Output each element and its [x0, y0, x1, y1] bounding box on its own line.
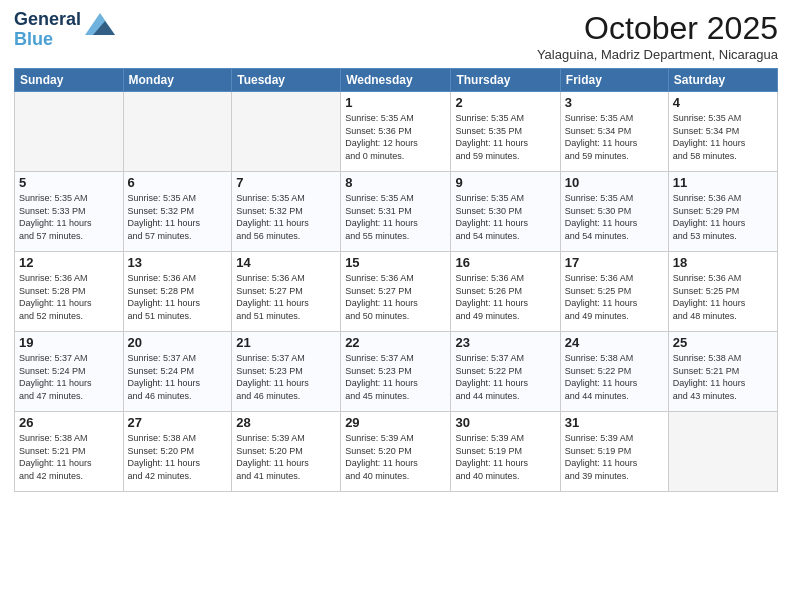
day-number: 8: [345, 175, 446, 190]
day-number: 9: [455, 175, 555, 190]
calendar-table: SundayMondayTuesdayWednesdayThursdayFrid…: [14, 68, 778, 492]
calendar-cell: 7Sunrise: 5:35 AM Sunset: 5:32 PM Daylig…: [232, 172, 341, 252]
calendar-cell: [232, 92, 341, 172]
day-info: Sunrise: 5:39 AM Sunset: 5:20 PM Dayligh…: [345, 432, 446, 482]
calendar-cell: 14Sunrise: 5:36 AM Sunset: 5:27 PM Dayli…: [232, 252, 341, 332]
month-title: October 2025: [537, 10, 778, 47]
calendar-cell: 1Sunrise: 5:35 AM Sunset: 5:36 PM Daylig…: [341, 92, 451, 172]
day-number: 17: [565, 255, 664, 270]
day-number: 14: [236, 255, 336, 270]
day-info: Sunrise: 5:38 AM Sunset: 5:21 PM Dayligh…: [19, 432, 119, 482]
calendar-cell: 26Sunrise: 5:38 AM Sunset: 5:21 PM Dayli…: [15, 412, 124, 492]
day-number: 3: [565, 95, 664, 110]
day-header-thursday: Thursday: [451, 69, 560, 92]
day-info: Sunrise: 5:36 AM Sunset: 5:27 PM Dayligh…: [345, 272, 446, 322]
day-info: Sunrise: 5:39 AM Sunset: 5:19 PM Dayligh…: [565, 432, 664, 482]
day-number: 20: [128, 335, 228, 350]
day-header-tuesday: Tuesday: [232, 69, 341, 92]
day-number: 30: [455, 415, 555, 430]
day-number: 22: [345, 335, 446, 350]
calendar-cell: 31Sunrise: 5:39 AM Sunset: 5:19 PM Dayli…: [560, 412, 668, 492]
calendar-cell: 28Sunrise: 5:39 AM Sunset: 5:20 PM Dayli…: [232, 412, 341, 492]
day-number: 5: [19, 175, 119, 190]
calendar-week-row: 19Sunrise: 5:37 AM Sunset: 5:24 PM Dayli…: [15, 332, 778, 412]
page: General Blue October 2025 Yalaguina, Mad…: [0, 0, 792, 612]
day-number: 21: [236, 335, 336, 350]
day-info: Sunrise: 5:37 AM Sunset: 5:24 PM Dayligh…: [128, 352, 228, 402]
calendar-cell: 20Sunrise: 5:37 AM Sunset: 5:24 PM Dayli…: [123, 332, 232, 412]
calendar-cell: 15Sunrise: 5:36 AM Sunset: 5:27 PM Dayli…: [341, 252, 451, 332]
day-info: Sunrise: 5:36 AM Sunset: 5:28 PM Dayligh…: [19, 272, 119, 322]
day-info: Sunrise: 5:37 AM Sunset: 5:23 PM Dayligh…: [345, 352, 446, 402]
day-info: Sunrise: 5:35 AM Sunset: 5:36 PM Dayligh…: [345, 112, 446, 162]
header: General Blue October 2025 Yalaguina, Mad…: [14, 10, 778, 62]
day-number: 19: [19, 335, 119, 350]
day-info: Sunrise: 5:39 AM Sunset: 5:20 PM Dayligh…: [236, 432, 336, 482]
day-info: Sunrise: 5:39 AM Sunset: 5:19 PM Dayligh…: [455, 432, 555, 482]
day-info: Sunrise: 5:35 AM Sunset: 5:30 PM Dayligh…: [455, 192, 555, 242]
calendar-cell: 8Sunrise: 5:35 AM Sunset: 5:31 PM Daylig…: [341, 172, 451, 252]
logo-general: General: [14, 9, 81, 29]
calendar-cell: [668, 412, 777, 492]
day-number: 29: [345, 415, 446, 430]
calendar-cell: 12Sunrise: 5:36 AM Sunset: 5:28 PM Dayli…: [15, 252, 124, 332]
calendar-cell: 5Sunrise: 5:35 AM Sunset: 5:33 PM Daylig…: [15, 172, 124, 252]
day-number: 27: [128, 415, 228, 430]
subtitle: Yalaguina, Madriz Department, Nicaragua: [537, 47, 778, 62]
day-number: 6: [128, 175, 228, 190]
day-info: Sunrise: 5:37 AM Sunset: 5:24 PM Dayligh…: [19, 352, 119, 402]
day-number: 26: [19, 415, 119, 430]
day-info: Sunrise: 5:36 AM Sunset: 5:25 PM Dayligh…: [565, 272, 664, 322]
day-number: 4: [673, 95, 773, 110]
calendar-cell: [123, 92, 232, 172]
calendar-cell: [15, 92, 124, 172]
day-info: Sunrise: 5:38 AM Sunset: 5:22 PM Dayligh…: [565, 352, 664, 402]
day-info: Sunrise: 5:38 AM Sunset: 5:21 PM Dayligh…: [673, 352, 773, 402]
day-info: Sunrise: 5:38 AM Sunset: 5:20 PM Dayligh…: [128, 432, 228, 482]
day-number: 28: [236, 415, 336, 430]
calendar-cell: 25Sunrise: 5:38 AM Sunset: 5:21 PM Dayli…: [668, 332, 777, 412]
day-info: Sunrise: 5:35 AM Sunset: 5:31 PM Dayligh…: [345, 192, 446, 242]
calendar-cell: 17Sunrise: 5:36 AM Sunset: 5:25 PM Dayli…: [560, 252, 668, 332]
day-info: Sunrise: 5:35 AM Sunset: 5:34 PM Dayligh…: [565, 112, 664, 162]
calendar-cell: 13Sunrise: 5:36 AM Sunset: 5:28 PM Dayli…: [123, 252, 232, 332]
day-number: 16: [455, 255, 555, 270]
day-number: 1: [345, 95, 446, 110]
calendar-cell: 9Sunrise: 5:35 AM Sunset: 5:30 PM Daylig…: [451, 172, 560, 252]
calendar-cell: 19Sunrise: 5:37 AM Sunset: 5:24 PM Dayli…: [15, 332, 124, 412]
day-number: 11: [673, 175, 773, 190]
day-header-saturday: Saturday: [668, 69, 777, 92]
logo-blue: Blue: [14, 29, 53, 49]
calendar-cell: 22Sunrise: 5:37 AM Sunset: 5:23 PM Dayli…: [341, 332, 451, 412]
day-number: 23: [455, 335, 555, 350]
calendar-cell: 29Sunrise: 5:39 AM Sunset: 5:20 PM Dayli…: [341, 412, 451, 492]
day-info: Sunrise: 5:35 AM Sunset: 5:32 PM Dayligh…: [128, 192, 228, 242]
calendar-cell: 2Sunrise: 5:35 AM Sunset: 5:35 PM Daylig…: [451, 92, 560, 172]
calendar-cell: 10Sunrise: 5:35 AM Sunset: 5:30 PM Dayli…: [560, 172, 668, 252]
day-info: Sunrise: 5:36 AM Sunset: 5:28 PM Dayligh…: [128, 272, 228, 322]
day-info: Sunrise: 5:37 AM Sunset: 5:22 PM Dayligh…: [455, 352, 555, 402]
day-info: Sunrise: 5:35 AM Sunset: 5:35 PM Dayligh…: [455, 112, 555, 162]
logo-icon: [85, 13, 115, 35]
day-number: 24: [565, 335, 664, 350]
calendar-week-row: 12Sunrise: 5:36 AM Sunset: 5:28 PM Dayli…: [15, 252, 778, 332]
day-number: 15: [345, 255, 446, 270]
day-number: 25: [673, 335, 773, 350]
day-info: Sunrise: 5:35 AM Sunset: 5:30 PM Dayligh…: [565, 192, 664, 242]
calendar-cell: 18Sunrise: 5:36 AM Sunset: 5:25 PM Dayli…: [668, 252, 777, 332]
day-header-friday: Friday: [560, 69, 668, 92]
day-number: 7: [236, 175, 336, 190]
calendar-cell: 16Sunrise: 5:36 AM Sunset: 5:26 PM Dayli…: [451, 252, 560, 332]
day-info: Sunrise: 5:36 AM Sunset: 5:26 PM Dayligh…: [455, 272, 555, 322]
calendar-cell: 27Sunrise: 5:38 AM Sunset: 5:20 PM Dayli…: [123, 412, 232, 492]
day-header-monday: Monday: [123, 69, 232, 92]
day-info: Sunrise: 5:36 AM Sunset: 5:27 PM Dayligh…: [236, 272, 336, 322]
calendar-header-row: SundayMondayTuesdayWednesdayThursdayFrid…: [15, 69, 778, 92]
day-info: Sunrise: 5:37 AM Sunset: 5:23 PM Dayligh…: [236, 352, 336, 402]
calendar-week-row: 1Sunrise: 5:35 AM Sunset: 5:36 PM Daylig…: [15, 92, 778, 172]
calendar-cell: 11Sunrise: 5:36 AM Sunset: 5:29 PM Dayli…: [668, 172, 777, 252]
day-info: Sunrise: 5:35 AM Sunset: 5:33 PM Dayligh…: [19, 192, 119, 242]
calendar-cell: 24Sunrise: 5:38 AM Sunset: 5:22 PM Dayli…: [560, 332, 668, 412]
day-number: 10: [565, 175, 664, 190]
day-info: Sunrise: 5:36 AM Sunset: 5:29 PM Dayligh…: [673, 192, 773, 242]
